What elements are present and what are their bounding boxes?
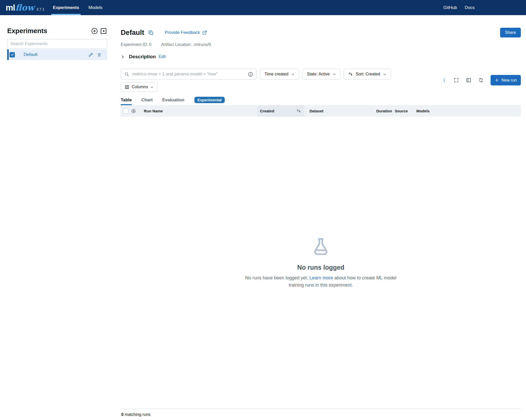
github-link[interactable]: GitHub [443, 5, 457, 10]
logo-text-flow: flow [15, 3, 34, 13]
learn-more-link[interactable]: Learn more [309, 275, 333, 280]
plus-icon [495, 78, 499, 82]
column-header-dataset[interactable]: Dataset [309, 105, 323, 117]
experiment-main-panel: Default Provide Feedback Share Experimen… [112, 15, 526, 420]
matching-runs-footer: 0 matching runs [121, 409, 521, 420]
experiment-item-label: Default [24, 52, 88, 57]
description-expand-chevron-icon[interactable] [121, 55, 125, 59]
empty-state: No runs logged No runs have been logged … [121, 117, 521, 409]
experiment-search-input[interactable] [7, 39, 107, 49]
navbar-tabs: Experiments Models [52, 0, 111, 15]
artifact-location-meta: Artifact Location: ./mlruns/0 [161, 42, 211, 47]
refresh-icon[interactable] [478, 77, 484, 83]
sort-descending-icon [348, 72, 353, 76]
time-created-filter-button[interactable]: Time created [260, 69, 299, 80]
sort-button[interactable]: Sort: Created [344, 69, 391, 80]
description-label: Description [129, 54, 156, 60]
flask-icon [311, 237, 331, 257]
chevron-down-icon [150, 85, 154, 89]
created-sort-icon[interactable] [296, 105, 301, 117]
collapse-sidebar-icon[interactable] [100, 27, 107, 35]
empty-state-description: No runs have been logged yet. Learn more… [237, 275, 404, 289]
visibility-eye-icon[interactable] [131, 105, 136, 117]
more-options-icon[interactable] [442, 78, 447, 83]
external-link-icon [202, 30, 207, 35]
columns-button[interactable]: Columns [121, 82, 157, 92]
runs-search-input[interactable] [132, 71, 245, 77]
nav-tab-experiments[interactable]: Experiments [52, 0, 80, 15]
mlflow-logo[interactable]: mlflow 2.7.1 [6, 3, 44, 13]
search-info-icon[interactable] [248, 72, 253, 77]
column-header-duration[interactable]: Duration [376, 105, 392, 117]
experiment-id-value: 0 [149, 42, 151, 47]
matching-runs-count: 0 [121, 412, 124, 417]
sidebar-title: Experiments [7, 27, 91, 35]
artifact-location-value: ./mlruns/0 [193, 42, 211, 47]
search-icon [124, 72, 129, 77]
tab-table[interactable]: Table [121, 97, 132, 105]
chevron-down-icon [333, 73, 336, 76]
page-title: Default [121, 29, 144, 37]
runs-table-header: Run Name Created Dataset Duration Source… [121, 105, 521, 117]
tab-chart[interactable]: Chart [141, 97, 153, 105]
experimental-badge: Experimental [194, 97, 225, 103]
experiments-sidebar: Experiments Default [0, 15, 112, 60]
rename-experiment-icon[interactable] [88, 52, 93, 57]
provide-feedback-link[interactable]: Provide Feedback [165, 30, 207, 35]
empty-state-title: No runs logged [297, 264, 344, 271]
add-experiment-icon[interactable] [91, 27, 98, 35]
select-all-checkbox[interactable] [123, 108, 128, 114]
navbar-links: GitHub Docs [443, 5, 475, 10]
column-header-created[interactable]: Created [260, 105, 274, 117]
new-run-button[interactable]: New run [491, 75, 521, 85]
columns-icon [125, 85, 129, 90]
side-panel-icon[interactable] [466, 77, 471, 83]
state-filter-button[interactable]: State: Active [302, 69, 341, 80]
delete-experiment-icon[interactable] [97, 53, 101, 57]
tab-evaluation[interactable]: Evaluation [162, 97, 184, 105]
experiment-id-meta: Experiment ID: 0 [121, 42, 151, 47]
column-header-models[interactable]: Models [416, 105, 430, 117]
description-edit-link[interactable]: Edit [159, 54, 166, 59]
chevron-down-icon [291, 73, 295, 76]
runs-search-box [121, 69, 257, 80]
logo-text-ml: ml [6, 3, 15, 13]
experiment-list-item-default[interactable]: Default [7, 49, 107, 60]
chevron-down-icon [383, 73, 386, 76]
top-navbar: mlflow 2.7.1 Experiments Models GitHub D… [0, 0, 526, 15]
version-label: 2.7.1 [36, 7, 44, 11]
nav-tab-models[interactable]: Models [88, 0, 103, 15]
column-header-run-name[interactable]: Run Name [144, 105, 163, 117]
column-header-source[interactable]: Source [395, 105, 408, 117]
selected-indicator-bar [7, 49, 9, 60]
copy-experiment-name-icon[interactable] [148, 30, 154, 35]
docs-link[interactable]: Docs [465, 5, 475, 10]
experiment-checkbox[interactable] [10, 52, 15, 57]
share-button[interactable]: Share [500, 28, 521, 37]
fullscreen-icon[interactable] [454, 77, 459, 83]
